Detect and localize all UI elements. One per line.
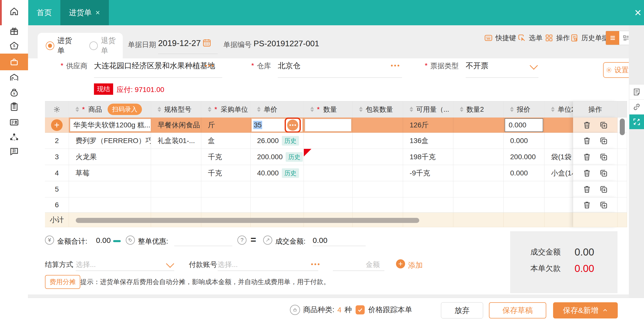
sidebar-item-finance[interactable]: ¥ — [0, 85, 28, 100]
column-settings-button[interactable] — [45, 101, 69, 118]
sort-icon[interactable] — [76, 107, 79, 112]
qty-cell[interactable] — [304, 165, 353, 181]
settle-method-placeholder[interactable]: 选择... — [76, 260, 96, 269]
pay-account-more-icon[interactable] — [311, 263, 319, 265]
header-qty[interactable]: *数量 — [304, 101, 353, 118]
quote-cell[interactable]: 0.000 — [504, 118, 544, 133]
calendar-icon[interactable] — [202, 38, 212, 48]
price-cell[interactable]: 35 — [251, 118, 304, 133]
unit-cell[interactable]: 盒 — [201, 133, 251, 149]
order-discount-field[interactable] — [174, 246, 232, 246]
radio-return-order[interactable]: 退货单 — [89, 36, 123, 56]
sidebar-item-purchase[interactable] — [0, 54, 28, 70]
unit2-cell[interactable] — [544, 133, 573, 149]
copy-row-icon[interactable] — [599, 152, 608, 162]
sidebar-item-share[interactable] — [0, 130, 28, 145]
pack-cell[interactable] — [353, 197, 403, 213]
product-cell[interactable]: 火龙果 — [69, 149, 151, 165]
qty-cell[interactable] — [304, 133, 353, 149]
spec-cell[interactable] — [151, 149, 201, 165]
quote-cell[interactable] — [504, 197, 544, 213]
price-cell[interactable] — [251, 181, 304, 197]
sidebar-item-home[interactable] — [0, 4, 28, 19]
sidebar-item-inventory[interactable] — [0, 99, 28, 114]
spec-cell[interactable]: 礼盒装01-... — [151, 133, 201, 149]
invoice-value[interactable]: 不开票 — [466, 61, 488, 71]
copy-row-icon[interactable] — [599, 185, 608, 194]
spec-cell[interactable] — [151, 197, 201, 213]
copy-row-icon[interactable] — [599, 121, 608, 130]
sidebar-item-contacts[interactable] — [0, 115, 28, 129]
scroll-gutter[interactable] — [617, 165, 627, 181]
unit2-cell[interactable] — [544, 181, 573, 197]
quote-cell[interactable]: 0.000 — [504, 165, 544, 181]
fee-share-tag[interactable]: 费用分摊 — [45, 275, 80, 289]
unit-cell[interactable] — [201, 181, 251, 197]
quote-cell[interactable] — [504, 181, 544, 197]
price-more-button[interactable] — [285, 118, 301, 133]
unit2-cell[interactable]: 袋(1袋 ≈ — [544, 149, 573, 165]
add-row-button[interactable]: + — [45, 118, 69, 133]
unit2-cell[interactable]: 小盒(1小 — [544, 165, 573, 181]
page-scrollbar-track[interactable] — [629, 25, 644, 322]
header-product[interactable]: * 商品 扫码录入 — [69, 101, 151, 118]
unit-cell[interactable]: 斤 — [201, 118, 251, 133]
delete-row-icon[interactable] — [582, 185, 591, 194]
price-cell[interactable]: 26.000历史 — [251, 133, 304, 149]
save-draft-button[interactable]: 保存草稿 — [489, 302, 546, 318]
scan-entry-button[interactable]: 扫码录入 — [108, 104, 142, 115]
rail-attachment-button[interactable] — [629, 100, 644, 114]
unit2-cell[interactable] — [544, 197, 573, 213]
product-cell[interactable]: 草莓 — [69, 165, 151, 181]
delete-row-icon[interactable] — [582, 152, 591, 162]
spec-cell[interactable]: 早餐休闲食品 — [151, 118, 201, 133]
scroll-gutter[interactable] — [617, 149, 627, 165]
qty2-cell[interactable] — [453, 165, 504, 181]
price-input[interactable]: 35 — [252, 119, 303, 132]
qty2-cell[interactable] — [453, 118, 504, 133]
copy-row-icon[interactable] — [599, 200, 608, 210]
window-close-icon[interactable] — [634, 9, 642, 17]
settings-button[interactable]: 设置 — [603, 62, 631, 78]
table-horizontal-scrollbar[interactable] — [76, 218, 419, 223]
toolbar-history[interactable]: 历史单据 — [570, 33, 609, 42]
tab-purchase-order[interactable]: 进货单 — [60, 0, 109, 25]
warehouse-more-icon[interactable] — [391, 65, 399, 66]
copy-row-icon[interactable] — [599, 136, 608, 145]
header-available[interactable]: 可用量（... — [403, 101, 453, 118]
pay-account-placeholder[interactable]: 选择... — [218, 260, 238, 269]
qty2-cell[interactable] — [453, 181, 504, 197]
history-badge[interactable]: 历史 — [282, 136, 299, 146]
price-track-checkbox[interactable]: 价格跟踪本单 — [356, 298, 412, 322]
delete-row-icon[interactable] — [582, 136, 591, 145]
date-value[interactable]: 2019-12-27 — [158, 38, 201, 48]
toolbar-pick[interactable]: 选单 — [517, 33, 542, 42]
unit-cell[interactable] — [201, 197, 251, 213]
unit2-cell[interactable] — [544, 118, 573, 133]
radio-purchase-order[interactable]: 进货单 — [46, 36, 79, 56]
sidebar-item-new[interactable]: 新 — [0, 144, 28, 158]
header-unit[interactable]: *采购单位 — [201, 101, 251, 118]
add-payment-label[interactable]: 添加 — [408, 260, 423, 270]
pack-cell[interactable] — [353, 133, 403, 149]
history-badge[interactable]: 历史 — [286, 152, 303, 162]
view-toggle-list[interactable] — [606, 31, 619, 45]
pack-cell[interactable] — [353, 165, 403, 181]
copy-row-icon[interactable] — [599, 169, 608, 178]
history-badge[interactable]: 历史 — [282, 168, 299, 178]
price-cell[interactable]: 40.000历史 — [251, 165, 304, 181]
delete-row-icon[interactable] — [582, 200, 591, 210]
cancel-button[interactable]: 放弃 — [441, 302, 483, 318]
qty2-cell[interactable] — [453, 149, 504, 165]
rail-fullscreen-button[interactable] — [629, 114, 644, 129]
qty2-cell[interactable] — [453, 133, 504, 149]
header-unit2[interactable]: 单位2 — [544, 101, 573, 118]
quote-cell[interactable]: 0.000 — [504, 133, 544, 149]
delete-row-icon[interactable] — [582, 169, 591, 178]
quote-cell[interactable]: 200.000 — [504, 149, 544, 165]
save-and-new-button[interactable]: 保存&新增 — [553, 302, 618, 318]
spec-cell[interactable] — [151, 181, 201, 197]
scroll-gutter[interactable] — [617, 181, 627, 197]
tab-close-icon[interactable] — [95, 10, 100, 15]
pack-cell[interactable] — [353, 118, 403, 133]
